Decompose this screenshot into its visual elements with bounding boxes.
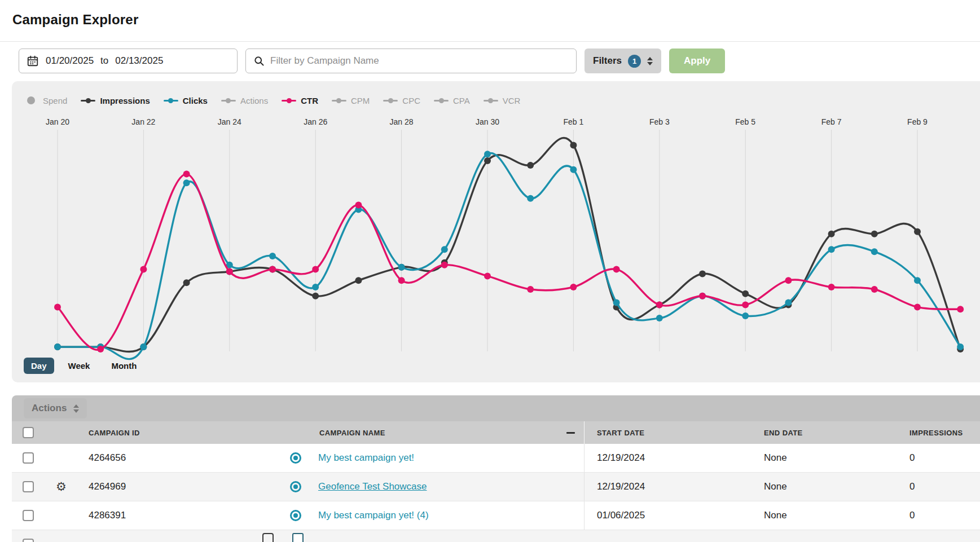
start-date-cell: 01/06/2025 xyxy=(585,510,750,521)
table-row: ⚙4264969Geofence Test Showcase12/19/2024… xyxy=(12,473,980,501)
x-axis-label: Jan 30 xyxy=(476,117,499,126)
chart-legend: SpendImpressionsClicksActionsCTRCPMCPCCP… xyxy=(24,95,980,106)
legend-marker-icon xyxy=(383,96,398,104)
x-axis-label: Jan 28 xyxy=(390,117,414,126)
partial-row-icon[interactable] xyxy=(292,533,304,542)
legend-item-cpm[interactable]: CPM xyxy=(332,96,370,105)
campaign-id-cell: 4286391 xyxy=(77,510,282,521)
legend-marker-icon xyxy=(221,96,236,104)
x-axis-label: Feb 9 xyxy=(907,117,928,126)
legend-label: CPA xyxy=(453,96,470,105)
row-checkbox[interactable] xyxy=(23,452,34,464)
legend-item-vcr[interactable]: VCR xyxy=(484,96,521,105)
col-campaign-id[interactable]: CAMPAIGN ID xyxy=(77,429,282,437)
col-end-date[interactable]: END DATE xyxy=(750,429,891,437)
table-body: 4264656My best campaign yet!12/19/2024No… xyxy=(12,444,980,542)
granularity-week[interactable]: Week xyxy=(61,358,98,374)
table-row-partial xyxy=(12,530,980,542)
series-line-ctr xyxy=(58,174,960,350)
legend-marker-icon xyxy=(332,96,346,104)
x-axis-label: Feb 1 xyxy=(563,117,583,126)
legend-item-actions[interactable]: Actions xyxy=(221,96,268,105)
legend-marker-icon xyxy=(24,96,38,104)
campaign-table: Actions CAMPAIGN ID CAMPAIGN NAME START … xyxy=(12,395,980,542)
legend-item-ctr[interactable]: CTR xyxy=(282,96,318,105)
table-header-row: CAMPAIGN ID CAMPAIGN NAME START DATE END… xyxy=(12,421,980,444)
start-date-cell: 12/19/2024 xyxy=(585,481,750,492)
series-line-impressions xyxy=(58,138,960,352)
legend-item-cpa[interactable]: CPA xyxy=(434,96,470,105)
legend-marker-icon xyxy=(434,96,449,104)
legend-label: Impressions xyxy=(100,96,150,105)
legend-item-impressions[interactable]: Impressions xyxy=(81,96,150,105)
legend-marker-icon xyxy=(81,96,95,104)
actions-dropdown-label: Actions xyxy=(32,403,67,414)
chart-panel: SpendImpressionsClicksActionsCTRCPMCPCCP… xyxy=(12,81,980,382)
legend-label: CTR xyxy=(301,96,318,105)
filters-button[interactable]: Filters 1 xyxy=(585,49,661,73)
legend-item-spend[interactable]: Spend xyxy=(24,96,67,105)
end-date-cell: None xyxy=(750,452,891,464)
x-axis-label: Feb 3 xyxy=(649,117,670,126)
legend-item-cpc[interactable]: CPC xyxy=(383,96,420,105)
campaign-search-input[interactable] xyxy=(270,55,569,67)
sort-arrows-icon xyxy=(73,404,79,413)
row-checkbox[interactable] xyxy=(23,539,34,542)
actions-dropdown[interactable]: Actions xyxy=(24,398,87,418)
campaign-status-icon xyxy=(290,452,301,464)
x-axis-label: Jan 20 xyxy=(46,117,69,126)
legend-marker-icon xyxy=(164,96,178,104)
granularity-day[interactable]: Day xyxy=(24,358,54,374)
table-row: 4264656My best campaign yet!12/19/2024No… xyxy=(12,444,980,473)
date-end[interactable]: 02/13/2025 xyxy=(115,55,163,67)
impressions-cell: 0 xyxy=(891,452,980,464)
x-axis-label: Jan 26 xyxy=(304,117,327,126)
date-range-picker[interactable]: 01/20/2025 to 02/13/2025 xyxy=(19,49,238,73)
date-separator: to xyxy=(100,55,108,67)
col-start-date[interactable]: START DATE xyxy=(585,429,750,437)
col-campaign-name[interactable]: CAMPAIGN NAME xyxy=(282,421,585,444)
table-actions-bar: Actions xyxy=(12,395,980,421)
start-date-cell: 12/19/2024 xyxy=(585,452,750,464)
chevron-updown-icon xyxy=(647,57,653,65)
gear-icon[interactable]: ⚙ xyxy=(56,480,67,493)
legend-label: VCR xyxy=(503,96,521,105)
page-title: Campaign Explorer xyxy=(12,12,968,28)
row-checkbox[interactable] xyxy=(23,510,34,521)
legend-marker-icon xyxy=(484,96,498,104)
filters-count-badge: 1 xyxy=(628,55,641,68)
apply-button[interactable]: Apply xyxy=(669,49,725,73)
campaign-name-link[interactable]: My best campaign yet! xyxy=(318,452,414,464)
campaign-id-cell: 4264969 xyxy=(77,481,282,492)
row-checkbox[interactable] xyxy=(23,481,34,492)
impressions-cell: 0 xyxy=(891,481,980,492)
legend-label: CPM xyxy=(351,96,370,105)
legend-label: Actions xyxy=(240,96,268,105)
campaign-id-cell: 4264656 xyxy=(77,452,282,464)
legend-label: Clicks xyxy=(183,96,208,105)
campaign-name-link[interactable]: Geofence Test Showcase xyxy=(318,481,427,492)
campaign-search[interactable] xyxy=(245,49,577,73)
hide-column-icon[interactable] xyxy=(566,432,575,434)
end-date-cell: None xyxy=(750,510,891,521)
chart-svg xyxy=(58,130,977,351)
campaign-name-link[interactable]: My best campaign yet! (4) xyxy=(318,510,429,521)
impressions-cell: 0 xyxy=(891,510,980,521)
toolbar: 01/20/2025 to 02/13/2025 Filters 1 Apply xyxy=(19,49,980,73)
search-icon xyxy=(253,55,265,67)
campaign-status-icon xyxy=(290,510,301,521)
series-line-clicks xyxy=(58,153,960,359)
legend-label: CPC xyxy=(402,96,420,105)
x-axis-label: Feb 7 xyxy=(821,117,842,126)
granularity-toggle: DayWeekMonth xyxy=(24,358,980,374)
legend-marker-icon xyxy=(282,96,296,104)
legend-item-clicks[interactable]: Clicks xyxy=(164,96,208,105)
date-start[interactable]: 01/20/2025 xyxy=(46,55,94,67)
select-all-checkbox[interactable] xyxy=(23,427,34,438)
end-date-cell: None xyxy=(750,481,891,492)
granularity-month[interactable]: Month xyxy=(104,358,144,374)
campaign-status-icon xyxy=(290,481,301,492)
partial-row-icon[interactable] xyxy=(262,533,274,542)
app-header: Campaign Explorer xyxy=(0,0,980,42)
col-impressions[interactable]: IMPRESSIONS xyxy=(891,429,980,437)
